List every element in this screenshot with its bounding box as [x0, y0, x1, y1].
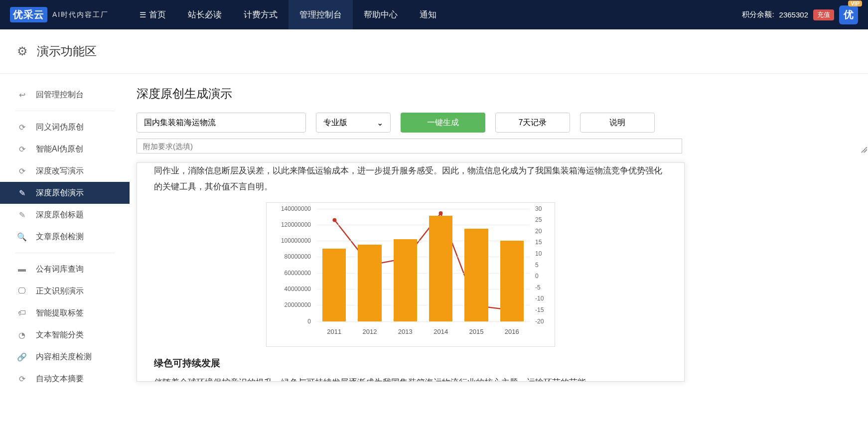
select-value: 专业版 [323, 118, 347, 128]
bar [358, 245, 381, 321]
chevron-down-icon: ⌄ [377, 118, 383, 128]
logo-mark: 优采云 [10, 7, 47, 22]
ytick-right: 30 [535, 205, 542, 212]
sidebar-item[interactable]: ⟳智能AI伪原创 [0, 138, 130, 160]
paragraph: 伴随着全球环境保护意识的提升，绿色与可持续发展逐渐成为我国集装箱海运物流行业的核… [154, 375, 667, 382]
nav-item[interactable]: 计费方式 [233, 0, 289, 29]
nav-label: 站长必读 [188, 10, 222, 19]
pie-icon: ◔ [17, 330, 27, 340]
generate-button[interactable]: 一键生成 [401, 113, 485, 133]
bar [394, 239, 417, 321]
sidebar-item[interactable]: ⟳深度改写演示 [0, 160, 130, 182]
page-title: 演示功能区 [37, 43, 97, 59]
ytick-right: 0 [535, 273, 539, 280]
sidebar-item[interactable]: ⟳自动文本摘要 [0, 368, 130, 390]
refresh-icon: ⟳ [17, 374, 27, 384]
sidebar-label: 内容相关度检测 [36, 352, 92, 362]
tag-icon: 🏷 [17, 308, 27, 317]
gear-icon: ⚙ [17, 44, 28, 58]
nav-label: 管理控制台 [299, 10, 342, 19]
ytick-right: 25 [535, 216, 542, 223]
keyword-input[interactable] [137, 113, 306, 133]
nav-item[interactable]: 管理控制台 [289, 0, 353, 29]
sidebar-label: 同义词伪原创 [36, 122, 84, 133]
ytick-right: 10 [535, 250, 542, 257]
edit-icon: ✎ [17, 188, 27, 198]
main-nav: ☰首页站长必读计费方式管理控制台帮助中心通知 [129, 0, 447, 29]
sidebar-item[interactable]: ✎深度原创标题 [0, 204, 130, 226]
version-select[interactable]: 专业版 ⌄ [316, 113, 391, 133]
svg-point-3 [439, 211, 443, 215]
sidebar: ↩回管理控制台⟳同义词伪原创⟳智能AI伪原创⟳深度改写演示✎深度原创演示✎深度原… [0, 74, 130, 400]
nav-label: 计费方式 [244, 10, 278, 19]
sidebar-label: 智能提取标签 [36, 308, 84, 318]
sidebar-label: 深度原创标题 [36, 210, 84, 220]
refresh-icon: ⟳ [17, 123, 27, 132]
header-right: 积分余额: 2365302 充值 优 VIP [742, 5, 858, 24]
vip-badge[interactable]: 优 VIP [839, 5, 858, 24]
refresh-icon: ⟳ [17, 166, 27, 176]
extra-input-wrap [137, 139, 868, 153]
nav-item[interactable]: 帮助中心 [353, 0, 409, 29]
sidebar-label: 智能AI伪原创 [36, 144, 83, 154]
demo-title: 深度原创生成演示 [137, 86, 868, 102]
xtick: 2016 [494, 328, 530, 335]
sidebar-item[interactable]: 🖵正文识别演示 [0, 280, 130, 302]
ytick-right: 15 [535, 239, 542, 246]
ytick-left: 80000000 [285, 253, 311, 260]
ytick-right: -5 [535, 284, 541, 291]
record-button[interactable]: 7天记录 [495, 113, 570, 133]
nav-label: 通知 [420, 10, 436, 19]
xtick: 2014 [423, 328, 458, 335]
points-label: 积分余额: [742, 10, 774, 19]
sidebar-label: 文本智能分类 [36, 330, 84, 340]
ytick-left: 40000000 [285, 286, 311, 293]
ytick-left: 60000000 [285, 270, 311, 277]
sidebar-item[interactable]: 🔗内容相关度检测 [0, 346, 130, 368]
recharge-button[interactable]: 充值 [813, 9, 834, 20]
chart: 0200000004000000060000000800000001000000… [266, 202, 555, 347]
page-titlebar: ⚙ 演示功能区 [0, 29, 868, 74]
nav-item[interactable]: ☰首页 [129, 0, 177, 29]
sidebar-label: 回管理控制台 [36, 90, 84, 100]
logo-tagline: AI时代内容工厂 [52, 10, 109, 19]
search-icon: 🔍 [17, 232, 27, 242]
edit-icon: ✎ [17, 210, 27, 220]
sidebar-item[interactable]: 🏷智能提取标签 [0, 302, 130, 324]
ytick-right: 5 [535, 262, 539, 269]
top-header: 优采云 AI时代内容工厂 ☰首页站长必读计费方式管理控制台帮助中心通知 积分余额… [0, 0, 868, 29]
bar [429, 216, 452, 321]
main-content: 深度原创生成演示 专业版 ⌄ 一键生成 7天记录 说明 同作业，消除信息断层及误… [130, 74, 868, 400]
sidebar-item[interactable]: ◔文本智能分类 [0, 324, 130, 346]
x-axis: 201120122013201420152016 [316, 328, 530, 335]
y-axis-left: 0200000004000000060000000800000001000000… [267, 209, 314, 321]
help-button[interactable]: 说明 [580, 113, 655, 133]
link-icon: 🔗 [17, 352, 27, 362]
controls-row: 专业版 ⌄ 一键生成 7天记录 说明 [137, 113, 868, 133]
sidebar-item[interactable]: ▬公有词库查询 [0, 258, 130, 280]
book-icon: ▬ [17, 265, 27, 274]
y-axis-right: -20-15-10-5051015202530 [532, 209, 555, 321]
logo[interactable]: 优采云 AI时代内容工厂 [10, 7, 109, 22]
nav-item[interactable]: 通知 [409, 0, 447, 29]
reply-icon: ↩ [17, 90, 27, 100]
content-preview[interactable]: 同作业，消除信息断层及误差，以此来降低运输成本，进一步提升服务感受。因此，物流信… [137, 162, 685, 382]
xtick: 2013 [388, 328, 423, 335]
sidebar-label: 自动文本摘要 [36, 374, 84, 384]
sidebar-item[interactable]: ⟳同义词伪原创 [0, 116, 130, 138]
sidebar-label: 文章原创检测 [36, 232, 84, 242]
bar [500, 241, 524, 321]
sidebar-item[interactable]: ✎深度原创演示 [0, 182, 130, 204]
monitor-icon: 🖵 [17, 287, 27, 295]
nav-label: 帮助中心 [364, 10, 398, 19]
vip-tag: VIP [848, 0, 862, 6]
ytick-left: 0 [307, 318, 311, 325]
ytick-left: 120000000 [281, 221, 311, 228]
extra-input[interactable] [137, 139, 682, 153]
sidebar-item[interactable]: ↩回管理控制台 [0, 84, 130, 106]
sidebar-item[interactable]: 🔍文章原创检测 [0, 226, 130, 248]
section-heading: 绿色可持续发展 [154, 357, 667, 370]
xtick: 2012 [352, 328, 387, 335]
nav-item[interactable]: 站长必读 [177, 0, 233, 29]
resize-handle-icon[interactable] [861, 147, 867, 152]
